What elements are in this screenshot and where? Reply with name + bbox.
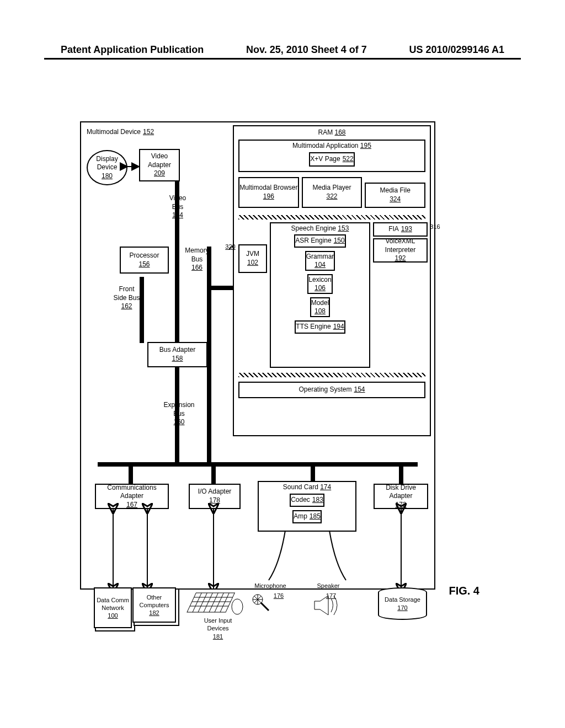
- hatch-top: [238, 215, 425, 220]
- mbrowser-label: Multimodal Browser: [239, 184, 297, 192]
- xv-page: X+V Page522: [309, 152, 354, 167]
- ram-label: RAM: [318, 129, 333, 136]
- lexicon-ref: 106: [315, 284, 326, 293]
- svg-point-24: [232, 599, 243, 614]
- device-label: Multimodal Device: [87, 128, 141, 137]
- user-input-devices: User Input Devices181: [193, 617, 243, 640]
- communications-adapter: Communications Adapter167: [95, 484, 169, 509]
- svg-line-26: [261, 603, 269, 611]
- page-header: Patent Application Publication Nov. 25, …: [0, 44, 565, 56]
- other-computers: Other Computers182: [132, 587, 176, 623]
- asr-label: ASR Engine: [295, 237, 331, 245]
- mapp-label: Multimodal Application: [292, 142, 358, 149]
- mapp-ref: 195: [360, 142, 371, 149]
- disk-label: Disk Drive Adapter: [375, 484, 427, 501]
- dcn-ref: 100: [108, 612, 118, 619]
- figure-label: FIG. 4: [449, 585, 479, 597]
- media-player: Media Player322: [302, 177, 363, 208]
- amp-ref: 185: [310, 512, 321, 521]
- jvm-label: JVM: [246, 250, 259, 259]
- proc-ref: 156: [138, 260, 150, 269]
- grammar-label: Grammar: [306, 253, 334, 261]
- device-ref: 152: [143, 128, 154, 137]
- vxml-ref: 192: [395, 254, 406, 263]
- display-label: Display Device: [88, 155, 126, 172]
- jvm: JVM102: [238, 244, 267, 273]
- display-device: Display Device 180: [87, 150, 127, 185]
- microphone-label: Microphone: [248, 582, 292, 590]
- io-ref: 178: [209, 496, 220, 505]
- xvpage-ref: 522: [343, 155, 354, 164]
- expansion-bus: Expansion Bus160: [158, 401, 200, 427]
- lexicon-label: Lexicon: [308, 276, 331, 285]
- mbus-ref: 166: [191, 264, 202, 272]
- storage-ref: 170: [397, 604, 407, 612]
- svg-line-22: [215, 593, 223, 612]
- header-rule: [44, 58, 521, 60]
- callout-320-text: 320: [225, 243, 235, 250]
- svg-line-23: [220, 593, 229, 612]
- callout-316-text: 316: [430, 223, 440, 231]
- vbus-label: Video Bus: [164, 194, 191, 211]
- fia: FIA193: [373, 222, 428, 237]
- vbus-ref: 164: [172, 211, 183, 220]
- io-label: I/O Adapter: [198, 488, 232, 496]
- media-file: Media File324: [365, 183, 425, 208]
- mic-label: Microphone: [254, 582, 286, 590]
- operating-system: Operating System154: [238, 382, 425, 398]
- mfile-ref: 324: [390, 195, 401, 204]
- video-adapter: Video Adapter 209: [139, 149, 180, 181]
- amp-label: Amp: [294, 512, 307, 521]
- mic-ref-box: 176: [270, 592, 287, 599]
- model-label: Model: [311, 299, 329, 308]
- uinput-ref: 181: [213, 633, 223, 640]
- codec: Codec183: [290, 494, 324, 507]
- badapter-ref: 158: [172, 355, 183, 363]
- multimodal-app: Multimodal Application 195 X+V Page522: [238, 140, 425, 172]
- header-right: US 2010/0299146 A1: [409, 44, 504, 56]
- vadapter-ref: 209: [154, 169, 165, 178]
- dcn-label: Data Comm Network: [95, 596, 131, 612]
- vadapter-label: Video Adapter: [140, 152, 179, 169]
- device-title: Multimodal Device 152: [87, 128, 180, 137]
- other-label: Other Computers: [134, 593, 175, 609]
- asr-ref: 150: [334, 237, 345, 245]
- amp: Amp185: [292, 510, 322, 523]
- speaker-label-text: Speaker: [317, 582, 340, 590]
- comm-label: Communications Adapter: [96, 484, 168, 501]
- tts-ref: 194: [333, 323, 344, 331]
- xvpage-label: X+V Page: [310, 155, 340, 164]
- speaker-label: Speaker: [312, 582, 345, 590]
- vxml-label: VoiceXML Interpreter: [374, 237, 427, 254]
- multimodal-browser: Multimodal Browser196: [238, 177, 299, 208]
- ebus-label: Expansion Bus: [158, 401, 200, 418]
- mfile-label: Media File: [380, 186, 411, 195]
- mplayer-label: Media Player: [312, 184, 351, 192]
- tts-label: TTS Engine: [296, 323, 331, 331]
- svg-line-18: [193, 593, 201, 612]
- grammar: Grammar104: [305, 251, 335, 271]
- fsb-label: Front Side Bus: [111, 285, 142, 302]
- asr-engine: ASR Engine150: [294, 234, 345, 248]
- io-adapter: I/O Adapter178: [189, 484, 241, 509]
- sound-ref: 174: [320, 483, 331, 491]
- microphone-icon: [251, 593, 273, 615]
- fia-ref: 193: [401, 225, 412, 234]
- header-left: Patent Application Publication: [61, 44, 204, 56]
- other-ref: 182: [149, 609, 159, 617]
- tts-engine: TTS Engine194: [295, 320, 345, 334]
- disk-ref: 172: [395, 501, 406, 510]
- keyboard-mouse-icon: [185, 587, 246, 620]
- external-devices: Data Comm Network100 Other Computers182 …: [80, 590, 433, 637]
- storage-label: Data Storage: [385, 596, 420, 603]
- svg-line-19: [198, 593, 207, 612]
- grammar-ref: 104: [315, 261, 326, 270]
- os-ref: 154: [354, 386, 365, 394]
- processor: Processor156: [120, 247, 169, 274]
- model: Model108: [310, 297, 331, 317]
- ebus-ref: 160: [173, 418, 184, 427]
- comm-ref: 167: [126, 501, 137, 510]
- data-comm-network: Data Comm Network100: [94, 587, 132, 628]
- data-storage: Data Storage170: [378, 587, 427, 620]
- mplayer-ref: 322: [326, 192, 337, 201]
